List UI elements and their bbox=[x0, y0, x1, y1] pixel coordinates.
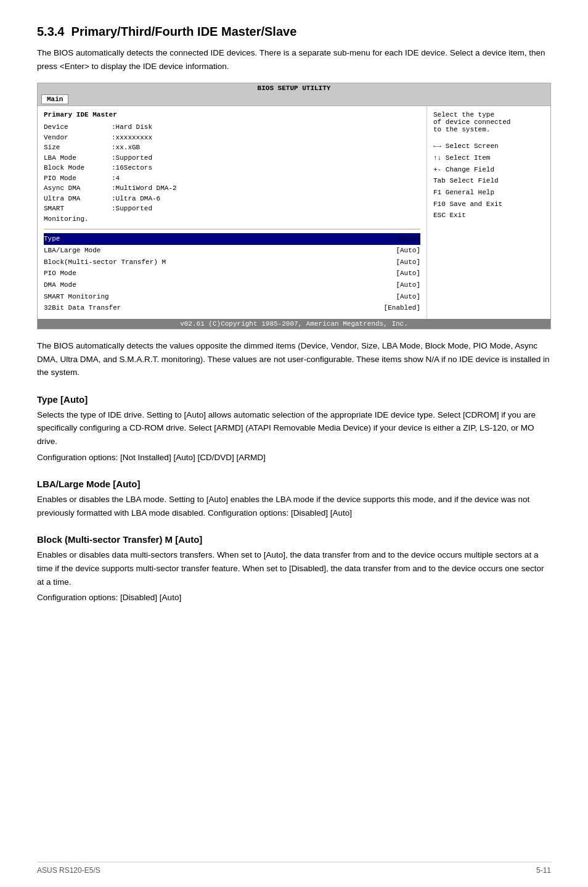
bios-info-row: Async DMA:MultiWord DMA-2 bbox=[44, 183, 420, 194]
bios-info-val: :MultiWord DMA-2 bbox=[112, 183, 177, 194]
bios-help-top: Select the typeof device connectedto the… bbox=[433, 111, 544, 133]
bios-footer: v02.61 (C)Copyright 1985-2007, American … bbox=[38, 319, 550, 329]
bios-info-key: Block Mode bbox=[44, 163, 112, 173]
bios-setting-key: 32Bit Data Transfer bbox=[44, 302, 384, 314]
section-body-text: Enables or disables data multi-sectors t… bbox=[37, 548, 551, 588]
bios-info-table: Device:Hard DiskVendor:xxxxxxxxxSize:xx.… bbox=[44, 122, 420, 224]
bios-settings-row: 32Bit Data Transfer[Enabled] bbox=[44, 302, 420, 314]
bios-key-help-line: Tab Select Field bbox=[433, 175, 544, 187]
bios-settings-row: LBA/Large Mode[Auto] bbox=[44, 245, 420, 257]
bios-key-help-line: F1 General Help bbox=[433, 187, 544, 199]
bios-key-help-line: ESC Exit bbox=[433, 210, 544, 221]
intro-paragraph: The BIOS automatically detects the conne… bbox=[37, 46, 551, 73]
bios-setting-key: Type bbox=[44, 233, 396, 245]
section-config-options: Configuration options: [Not Installed] [… bbox=[37, 451, 551, 464]
section-body-text: Enables or disables the LBA mode. Settin… bbox=[37, 493, 551, 519]
bios-content-area: Primary IDE Master Device:Hard DiskVendo… bbox=[38, 105, 550, 319]
bios-info-key: PIO Mode bbox=[44, 173, 112, 184]
section-body-text: Selects the type of IDE drive. Setting t… bbox=[37, 408, 551, 448]
bios-info-row: Block Mode:16Sectors bbox=[44, 163, 420, 173]
section-subheading: Type [Auto] bbox=[37, 394, 551, 405]
bios-info-row: Size:xx.xGB bbox=[44, 142, 420, 153]
bios-setting-val: [Auto] bbox=[396, 291, 420, 303]
bios-setting-val: [Auto] bbox=[396, 279, 420, 291]
bios-key-help-line: +- Change Field bbox=[433, 164, 544, 176]
page-footer: ASUS RS120-E5/S 5-11 bbox=[37, 862, 551, 875]
bios-info-val: :Supported bbox=[112, 153, 152, 163]
bios-info-val: :xx.xGB bbox=[112, 142, 140, 153]
bios-info-row: LBA Mode:Supported bbox=[44, 153, 420, 163]
bios-info-key: Ultra DMA bbox=[44, 194, 112, 204]
bios-left-panel: Primary IDE Master Device:Hard DiskVendo… bbox=[38, 106, 427, 319]
bios-setup-box: BIOS SETUP UTILITY Main Primary IDE Mast… bbox=[37, 83, 551, 329]
bios-info-row: PIO Mode:4 bbox=[44, 173, 420, 184]
post-bios-text: The BIOS automatically detects the value… bbox=[37, 339, 551, 379]
bios-info-key: Device bbox=[44, 122, 112, 133]
sections-container: Type [Auto]Selects the type of IDE drive… bbox=[37, 394, 551, 604]
bios-info-row: Ultra DMA:Ultra DMA-6 bbox=[44, 194, 420, 204]
bios-setting-val: [Auto] bbox=[396, 268, 420, 279]
bios-settings-table: Type[Auto]LBA/Large Mode[Auto]Block(Mult… bbox=[44, 233, 420, 314]
bios-setting-val: [Auto] bbox=[396, 233, 420, 245]
bios-key-help-line: F10 Save and Exit bbox=[433, 199, 544, 210]
footer-right: 5-11 bbox=[536, 866, 551, 875]
section-heading: 5.3.4 Primary/Third/Fourth IDE Master/Sl… bbox=[37, 25, 551, 39]
bios-setting-val: [Enabled] bbox=[384, 302, 420, 314]
bios-info-val: :Supported bbox=[112, 204, 152, 224]
bios-key-help-line: ←→ Select Screen bbox=[433, 141, 544, 152]
bios-setting-key: Block(Multi-sector Transfer) M bbox=[44, 257, 220, 268]
bios-info-val: :Hard Disk bbox=[112, 122, 152, 133]
bios-settings-row: DMA Mode[Auto] bbox=[44, 279, 420, 291]
bios-divider bbox=[44, 229, 420, 229]
bios-info-row: Vendor:xxxxxxxxx bbox=[44, 133, 420, 143]
bios-info-key: SMART Monitoring. bbox=[44, 204, 112, 224]
bios-info-key: Vendor bbox=[44, 133, 112, 143]
bios-setting-key: SMART Monitoring bbox=[44, 291, 396, 303]
bios-settings-row: Type[Auto] bbox=[44, 233, 420, 245]
bios-info-val: :Ultra DMA-6 bbox=[112, 194, 160, 204]
bios-setting-key: LBA/Large Mode bbox=[44, 245, 396, 257]
bios-info-key: Size bbox=[44, 142, 112, 153]
bios-info-val: :xxxxxxxxx bbox=[112, 133, 152, 143]
bios-info-key: LBA Mode bbox=[44, 153, 112, 163]
bios-key-help-line: ↑↓ Select Item bbox=[433, 152, 544, 164]
section-subheading: Block (Multi-sector Transfer) M [Auto] bbox=[37, 534, 551, 545]
bios-setting-val: [Auto] bbox=[396, 245, 420, 257]
bios-key-help: ←→ Select Screen↑↓ Select Item+- Change … bbox=[433, 141, 544, 221]
bios-setting-key: DMA Mode bbox=[44, 279, 396, 291]
bios-info-row: SMART Monitoring.:Supported bbox=[44, 204, 420, 224]
bios-setting-key: PIO Mode bbox=[44, 268, 396, 279]
bios-info-val: :4 bbox=[112, 173, 120, 184]
bios-section-title: Primary IDE Master bbox=[44, 111, 420, 118]
section-config-options: Configuration options: [Disabled] [Auto] bbox=[37, 591, 551, 604]
bios-settings-row: PIO Mode[Auto] bbox=[44, 268, 420, 279]
bios-info-val: :16Sectors bbox=[112, 163, 152, 173]
bios-tab-main[interactable]: Main bbox=[41, 94, 68, 104]
bios-title: BIOS SETUP UTILITY bbox=[38, 83, 550, 93]
bios-info-row: Device:Hard Disk bbox=[44, 122, 420, 133]
bios-setting-val: [Auto] bbox=[396, 257, 420, 268]
bios-settings-row: SMART Monitoring[Auto] bbox=[44, 291, 420, 303]
bios-tab-bar: Main bbox=[38, 93, 550, 105]
section-subheading: LBA/Large Mode [Auto] bbox=[37, 479, 551, 489]
bios-settings-row: Block(Multi-sector Transfer) M[Auto] bbox=[44, 257, 420, 268]
footer-left: ASUS RS120-E5/S bbox=[37, 866, 100, 875]
bios-info-key: Async DMA bbox=[44, 183, 112, 194]
bios-right-panel: Select the typeof device connectedto the… bbox=[427, 106, 550, 319]
